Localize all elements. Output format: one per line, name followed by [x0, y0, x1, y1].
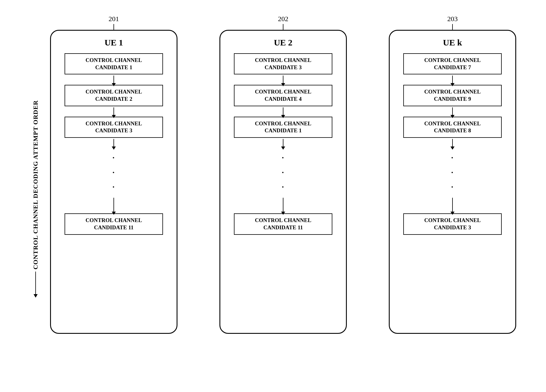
- ref-line-3: [452, 24, 453, 30]
- candidate-box-1-3: CONTROL CHANNELCANDIDATE 11: [65, 213, 163, 235]
- candidate-box-1-0: CONTROL CHANNELCANDIDATE 1: [65, 53, 163, 74]
- axis-arrow: [35, 272, 36, 295]
- columns-area: 201 UE 1 CONTROL CHANNELCANDIDATE 1 CONT…: [47, 15, 519, 334]
- spacer-arrow-2: [283, 198, 283, 212]
- candidate-box-2-1: CONTROL CHANNELCANDIDATE 4: [234, 85, 332, 106]
- candidate-box-3-2: CONTROL CHANNELCANDIDATE 8: [403, 117, 502, 138]
- candidate-box-1-1: CONTROL CHANNELCANDIDATE 2: [65, 85, 163, 106]
- ue-title-3: UE k: [443, 38, 462, 47]
- ref-number-2: 202: [278, 15, 288, 23]
- ue-column-1: 201 UE 1 CONTROL CHANNELCANDIDATE 1 CONT…: [47, 15, 180, 334]
- axis-label-container: CONTROL CHANNEL DECODING ATTEMPT ORDER: [27, 38, 44, 357]
- dots-2: ···: [282, 151, 285, 194]
- ue-title-2: UE 2: [274, 38, 292, 47]
- ue-box-1: UE 1 CONTROL CHANNELCANDIDATE 1 CONTROL …: [50, 30, 177, 334]
- ue-box-3: UE k CONTROL CHANNELCANDIDATE 7 CONTROL …: [389, 30, 516, 334]
- diagram-container: CONTROL CHANNEL DECODING ATTEMPT ORDER 2…: [27, 15, 519, 377]
- ref-line-1: [113, 24, 114, 30]
- candidate-box-1-2: CONTROL CHANNELCANDIDATE 3: [65, 117, 163, 138]
- candidate-box-2-0: CONTROL CHANNELCANDIDATE 3: [234, 53, 332, 74]
- arrow-3-0: [452, 76, 453, 84]
- spacer-arrow-1: [113, 198, 114, 212]
- arrow-1-0: [113, 76, 114, 84]
- dots-1: ···: [113, 151, 115, 194]
- arrow-2-2: [283, 139, 283, 147]
- arrow-2-1: [283, 107, 283, 116]
- spacer-arrow-3: [452, 198, 453, 212]
- candidate-box-2-2: CONTROL CHANNELCANDIDATE 1: [234, 117, 332, 138]
- candidate-box-3-1: CONTROL CHANNELCANDIDATE 9: [403, 85, 502, 106]
- ue-title-1: UE 1: [105, 38, 123, 47]
- candidate-box-3-0: CONTROL CHANNELCANDIDATE 7: [403, 53, 502, 74]
- candidate-box-2-3: CONTROL CHANNELCANDIDATE 11: [234, 213, 332, 235]
- axis-label-text: CONTROL CHANNEL DECODING ATTEMPT ORDER: [32, 100, 39, 270]
- dots-3: ···: [451, 151, 454, 194]
- ue-box-2: UE 2 CONTROL CHANNELCANDIDATE 3 CONTROL …: [219, 30, 347, 334]
- ref-number-1: 201: [109, 15, 119, 23]
- ref-number-3: 203: [447, 15, 458, 23]
- ref-line-2: [283, 24, 283, 30]
- arrow-2-0: [283, 76, 283, 84]
- arrow-1-1: [113, 107, 114, 116]
- ue-column-3: 203 UE k CONTROL CHANNELCANDIDATE 7 CONT…: [386, 15, 519, 334]
- arrow-3-2: [452, 139, 453, 147]
- arrow-1-2: [113, 139, 114, 147]
- arrow-3-1: [452, 107, 453, 116]
- ue-column-2: 202 UE 2 CONTROL CHANNELCANDIDATE 3 CONT…: [217, 15, 350, 334]
- candidate-box-3-3: CONTROL CHANNELCANDIDATE 3: [403, 213, 502, 235]
